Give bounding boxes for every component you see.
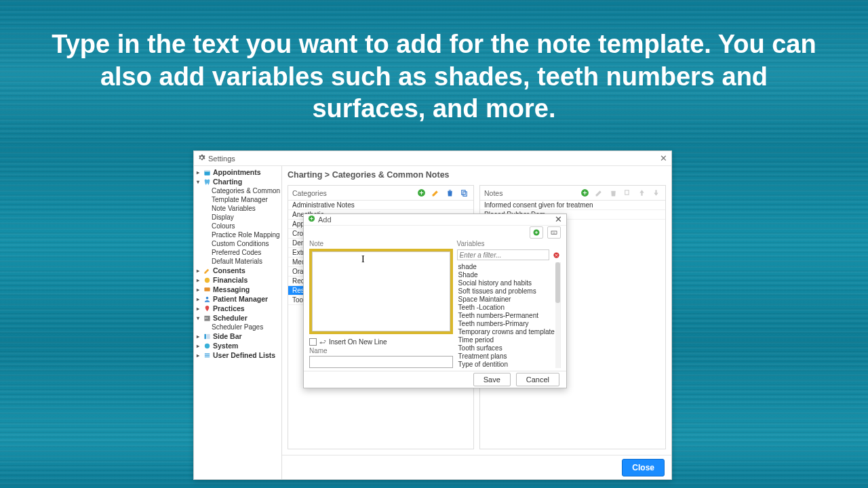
notes-title: Notes: [484, 189, 502, 197]
close-button[interactable]: Close: [622, 459, 665, 476]
sidebar-item-label: Colours: [212, 222, 235, 230]
sidebar-item-scheduler-pages[interactable]: Scheduler Pages: [194, 323, 281, 331]
sidebar-item-categories-notes[interactable]: Categories & Common Notes: [194, 186, 281, 195]
variable-row[interactable]: Teeth numbers-Primary: [457, 319, 560, 327]
note-row[interactable]: Informed consent given for treatmen: [480, 201, 665, 210]
breadcrumb: Charting > Categories & Common Notes: [282, 166, 671, 182]
svg-rect-18: [625, 190, 629, 195]
variable-row[interactable]: Shade: [457, 270, 560, 279]
variable-row[interactable]: Teeth -Location: [457, 303, 560, 311]
sidebar-item-preferred-codes[interactable]: Preferred Codes: [194, 248, 281, 257]
clear-filter-icon[interactable]: [552, 251, 561, 260]
sidebar-item-template-manager[interactable]: Template Manager: [194, 195, 281, 204]
sidebar-item-practice-role-mapping[interactable]: Practice Role Mapping: [194, 230, 281, 239]
sidebar-item-label: User Defined Lists: [213, 351, 275, 359]
sidebar-item-default-materials[interactable]: Default Materials: [194, 257, 281, 266]
titlebar: Settings ✕: [194, 151, 671, 166]
edit-category-button[interactable]: [431, 188, 441, 198]
sidebar-item-custom-conditions[interactable]: Custom Conditions: [194, 239, 281, 248]
category-row[interactable]: Administrative Notes: [288, 201, 473, 210]
insert-newline-checkbox[interactable]: [309, 338, 317, 346]
sidebar-item-scheduler[interactable]: ▾Scheduler: [194, 313, 281, 323]
insert-newline-label: Insert On New Line: [329, 338, 387, 346]
name-input[interactable]: [309, 356, 453, 368]
sidebar-item-display[interactable]: Display: [194, 213, 281, 222]
add-category-button[interactable]: [416, 188, 427, 198]
coins-icon: [203, 276, 211, 284]
caret-icon: ▾: [197, 179, 201, 185]
variable-filter-input[interactable]: [457, 249, 549, 260]
cog-icon: [203, 342, 211, 350]
variables-list: shade Shade Social history and habits So…: [457, 262, 561, 368]
sidebar-item-label: Charting: [213, 178, 242, 186]
sidebar-item-label: Practices: [213, 304, 245, 312]
sidebar-item-label: Messaging: [213, 285, 250, 293]
tooth-icon: [203, 178, 211, 186]
sidebar-item-patient-manager[interactable]: ▸Patient Manager: [194, 294, 281, 304]
caret-icon: ▸: [197, 169, 201, 176]
list-icon: [203, 351, 211, 359]
keyboard-button[interactable]: [547, 226, 561, 239]
add-icon: [308, 215, 315, 224]
note-highlight-frame: [309, 249, 453, 334]
message-icon: [203, 285, 211, 293]
variable-row[interactable]: Teeth numbers-Permanent: [457, 311, 560, 319]
copy-note-button[interactable]: [623, 188, 633, 198]
sidebar-item-label: Patient Manager: [213, 295, 268, 303]
variable-row[interactable]: Time period: [457, 336, 560, 344]
newline-icon: ⮐: [319, 338, 326, 346]
caret-icon: ▸: [197, 296, 201, 302]
caret-icon: ▸: [197, 352, 201, 359]
save-button[interactable]: Save: [473, 373, 511, 386]
sidebar-item-user-lists[interactable]: ▸User Defined Lists: [194, 350, 281, 360]
move-down-button[interactable]: [651, 188, 661, 198]
dialog-title: Add: [318, 216, 332, 224]
sidebar-item-practices[interactable]: ▸Practices: [194, 304, 281, 313]
sidebar-item-label: Display: [212, 214, 234, 221]
sidebar-item-financials[interactable]: ▸Financials: [194, 275, 281, 285]
sidebar-item-system[interactable]: ▸System: [194, 341, 281, 350]
svg-rect-8: [204, 333, 206, 338]
scrollbar-thumb[interactable]: [555, 262, 560, 303]
variable-row[interactable]: Space Maintainer: [457, 295, 560, 303]
svg-point-10: [204, 343, 209, 348]
variable-row[interactable]: Soft tissues and problems: [457, 287, 560, 295]
sidebar-item-label: Note Variables: [212, 205, 256, 212]
insert-variable-button[interactable]: [530, 226, 543, 239]
add-note-button[interactable]: [580, 188, 590, 198]
window-close-icon[interactable]: ✕: [660, 153, 667, 163]
calendar-grid-icon: [203, 314, 211, 322]
svg-rect-6: [205, 317, 205, 318]
variable-row[interactable]: shade: [457, 262, 560, 270]
sidebar-item-note-variables[interactable]: Note Variables: [194, 204, 281, 213]
svg-rect-11: [204, 353, 209, 354]
variable-row[interactable]: Type of dentition: [457, 360, 560, 368]
sidebar-item-messaging[interactable]: ▸Messaging: [194, 285, 281, 294]
sidebar-item-consents[interactable]: ▸Consents: [194, 266, 281, 275]
note-textarea[interactable]: [312, 251, 450, 331]
cancel-button[interactable]: Cancel: [516, 373, 559, 386]
caret-icon: ▸: [197, 343, 201, 349]
caret-icon: ▾: [197, 315, 201, 321]
variable-row[interactable]: Social history and habits: [457, 279, 560, 287]
scrollbar-track[interactable]: [555, 262, 560, 368]
delete-note-button[interactable]: [608, 188, 618, 198]
sidebar-item-appointments[interactable]: ▸Appointments: [194, 167, 281, 177]
sidebar-item-charting[interactable]: ▾Charting: [194, 177, 281, 186]
delete-category-button[interactable]: [445, 188, 455, 198]
sidebar-item-label: Financials: [213, 276, 248, 284]
variable-row[interactable]: Tooth surfaces: [457, 344, 560, 352]
dialog-close-icon[interactable]: ✕: [555, 214, 562, 224]
copy-category-button[interactable]: [459, 188, 469, 198]
sidebar-item-colours[interactable]: Colours: [194, 222, 281, 230]
edit-note-button[interactable]: [594, 188, 604, 198]
variable-row[interactable]: Temporary crowns and template r: [457, 327, 560, 336]
sidebar-item-label: Appointments: [213, 168, 261, 176]
sidebar-item-label: Default Materials: [212, 258, 262, 265]
svg-rect-1: [204, 170, 210, 171]
caret-icon: ▸: [197, 333, 201, 340]
move-up-button[interactable]: [637, 188, 647, 198]
variable-row[interactable]: Treatment plans: [457, 352, 560, 360]
sidebar-item-side-bar[interactable]: ▸Side Bar: [194, 331, 281, 341]
caret-icon: ▸: [197, 306, 201, 312]
